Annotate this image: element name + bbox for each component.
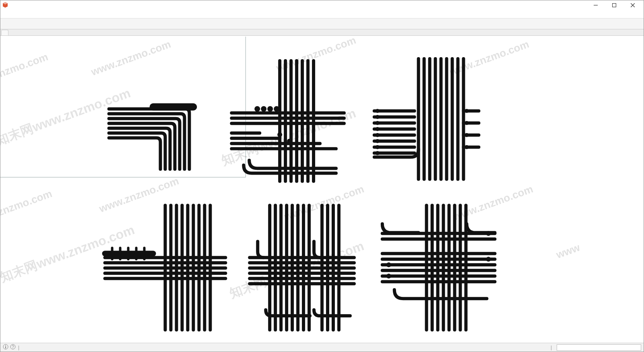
scene-canvas[interactable] [0, 36, 644, 343]
svg-point-26 [5, 345, 6, 346]
svg-text:?: ? [12, 345, 14, 349]
menu-draw[interactable] [31, 14, 36, 14]
status-value-input[interactable] [557, 344, 641, 351]
svg-point-3 [254, 106, 260, 112]
svg-point-7 [277, 132, 282, 137]
maximize-button[interactable] [605, 0, 623, 10]
menu-window[interactable] [45, 14, 50, 14]
svg-point-10 [376, 115, 380, 119]
svg-point-8 [287, 139, 292, 144]
menu-tools[interactable] [38, 14, 43, 14]
scene-tabstrip [0, 29, 644, 36]
svg-point-12 [376, 127, 380, 131]
window-controls [586, 0, 642, 10]
statusbar: ? | | [0, 343, 644, 352]
svg-point-15 [376, 145, 380, 149]
svg-point-9 [376, 109, 380, 113]
svg-point-24 [386, 274, 391, 278]
svg-point-5 [267, 106, 273, 112]
viewport[interactable]: znzmo.com 知末网www.znzmo.com www.znzmo.com… [0, 36, 644, 343]
svg-point-13 [376, 133, 380, 137]
minimize-button[interactable] [586, 0, 605, 10]
svg-point-4 [261, 106, 266, 112]
app-icon [2, 2, 8, 8]
menu-camera[interactable] [24, 14, 29, 14]
svg-point-21 [486, 231, 491, 236]
app-window: znzmo.com 知末网www.znzmo.com www.znzmo.com… [0, 0, 644, 352]
titlebar [0, 0, 644, 10]
svg-point-14 [376, 139, 380, 143]
close-button[interactable] [623, 0, 642, 10]
toolbar [0, 18, 644, 29]
svg-point-16 [376, 151, 380, 155]
svg-point-11 [376, 121, 380, 125]
help-icon[interactable]: ? [10, 344, 16, 351]
svg-point-22 [486, 257, 491, 261]
svg-rect-0 [613, 4, 616, 7]
svg-rect-27 [5, 346, 6, 348]
scene-tab[interactable] [1, 30, 8, 35]
menubar [0, 10, 644, 18]
svg-point-6 [274, 106, 279, 112]
model-content [105, 59, 495, 330]
menu-help[interactable] [53, 14, 58, 14]
menu-file[interactable] [2, 14, 7, 14]
menu-view[interactable] [17, 14, 21, 14]
menu-edit[interactable] [9, 14, 14, 14]
svg-point-23 [386, 262, 391, 267]
info-icon[interactable] [3, 344, 8, 351]
